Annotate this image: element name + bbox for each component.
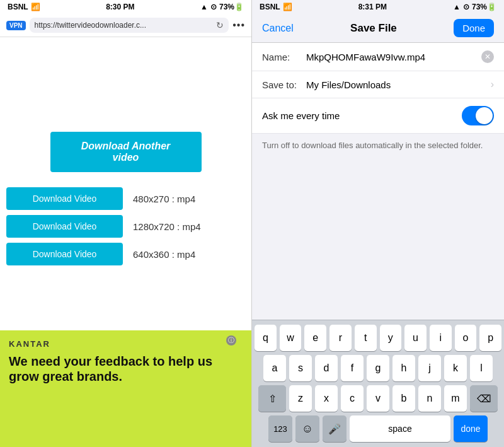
url-bar[interactable]: https://twittervideodownloader.c... ↻ bbox=[30, 18, 229, 33]
save-file-title: Save File bbox=[350, 22, 397, 35]
space-key[interactable]: space bbox=[350, 415, 450, 442]
key-u[interactable]: u bbox=[404, 325, 427, 351]
key-g[interactable]: g bbox=[367, 355, 389, 381]
key-v[interactable]: v bbox=[367, 385, 389, 412]
save-file-form: Name: MkpQHOMFawaW9Ivw.mp4 ✕ Save to: My… bbox=[252, 43, 504, 98]
mic-key[interactable]: 🎤 bbox=[323, 415, 346, 442]
right-panel: BSNL 📶 8:31 PM ▲ ⊙ 73%🔋 Cancel Save File… bbox=[252, 0, 504, 447]
key-e[interactable]: e bbox=[304, 325, 326, 351]
done-key[interactable]: done bbox=[454, 415, 488, 442]
key-z[interactable]: z bbox=[289, 385, 312, 412]
video-resolution-1: 480x270 : mp4 bbox=[133, 194, 195, 204]
ask-me-toggle[interactable] bbox=[462, 106, 494, 125]
reload-icon[interactable]: ↻ bbox=[216, 20, 224, 30]
keyboard-row-1: q w e r t y u i o p bbox=[252, 323, 504, 353]
ask-me-row: Ask me every time bbox=[252, 98, 504, 134]
signal-arrow-left: ▲ bbox=[200, 3, 208, 11]
key-y[interactable]: y bbox=[380, 325, 402, 351]
key-d[interactable]: d bbox=[315, 355, 338, 381]
key-w[interactable]: w bbox=[280, 325, 302, 351]
browser-bar: VPN https://twittervideodownloader.c... … bbox=[0, 14, 251, 37]
ad-banner: ⓘ KANTAR We need your feedback to help u… bbox=[0, 330, 251, 447]
save-file-header: Cancel Save File Done bbox=[252, 14, 504, 43]
keyboard: q w e r t y u i o p a s d f g h j k l ⇧ … bbox=[252, 320, 504, 447]
video-resolution-2: 1280x720 : mp4 bbox=[133, 221, 201, 232]
key-c[interactable]: c bbox=[341, 385, 364, 412]
battery-left: 73%🔋 bbox=[219, 3, 244, 11]
video-option-row-3: Download Video 640x360 : mp4 bbox=[0, 240, 251, 268]
name-row: Name: MkpQHOMFawaW9Ivw.mp4 ✕ bbox=[252, 43, 504, 71]
key-p[interactable]: p bbox=[479, 325, 501, 351]
key-j[interactable]: j bbox=[418, 355, 441, 381]
key-n[interactable]: n bbox=[418, 385, 441, 412]
keyboard-bottom-row: 123 ☺ 🎤 space done bbox=[252, 414, 504, 447]
key-k[interactable]: k bbox=[444, 355, 467, 381]
status-bar-right: BSNL 📶 8:31 PM ▲ ⊙ 73%🔋 bbox=[252, 0, 504, 14]
keyboard-row-2: a s d f g h j k l bbox=[252, 353, 504, 383]
key-h[interactable]: h bbox=[392, 355, 415, 381]
key-q[interactable]: q bbox=[255, 325, 277, 351]
done-header-button[interactable]: Done bbox=[454, 19, 494, 37]
shift-key[interactable]: ⇧ bbox=[258, 385, 286, 412]
download-another-button[interactable]: Download Another video bbox=[50, 132, 202, 172]
help-text: Turn off to download files automatically… bbox=[252, 134, 504, 158]
info-icon: ⓘ bbox=[226, 335, 236, 345]
key-o[interactable]: o bbox=[455, 325, 477, 351]
url-text: https://twittervideodownloader.c... bbox=[35, 21, 146, 30]
video-options: Download Video 480x270 : mp4 Download Vi… bbox=[0, 178, 251, 274]
ad-brand: KANTAR bbox=[9, 339, 243, 349]
name-label: Name: bbox=[262, 52, 306, 62]
download-video-button-2[interactable]: Download Video bbox=[6, 215, 123, 238]
wifi-icon-left: 📶 bbox=[31, 3, 40, 11]
emoji-key[interactable]: ☺ bbox=[295, 415, 319, 442]
key-r[interactable]: r bbox=[329, 325, 352, 351]
time-left: 8:30 PM bbox=[106, 3, 134, 11]
key-i[interactable]: i bbox=[430, 325, 452, 351]
ad-headline: We need your feedback to help us grow gr… bbox=[9, 354, 243, 384]
key-s[interactable]: s bbox=[289, 355, 312, 381]
key-m[interactable]: m bbox=[444, 385, 467, 412]
left-panel: BSNL 📶 8:30 PM ▲ ⊙ 73%🔋 VPN https://twit… bbox=[0, 0, 252, 447]
video-resolution-3: 640x360 : mp4 bbox=[133, 249, 195, 260]
key-x[interactable]: x bbox=[315, 385, 338, 412]
clear-name-button[interactable]: ✕ bbox=[481, 50, 494, 63]
download-video-button-1[interactable]: Download Video bbox=[6, 187, 123, 210]
save-to-label: Save to: bbox=[262, 79, 306, 90]
wifi-icon-right: 📶 bbox=[283, 3, 292, 11]
save-to-row[interactable]: Save to: My Files/Downloads › bbox=[252, 71, 504, 98]
download-video-button-3[interactable]: Download Video bbox=[6, 243, 123, 265]
cancel-button[interactable]: Cancel bbox=[262, 23, 294, 34]
video-option-row-2: Download Video 1280x720 : mp4 bbox=[0, 212, 251, 240]
signal-dot-left: ⊙ bbox=[210, 3, 217, 11]
battery-right: 73%🔋 bbox=[472, 3, 496, 11]
status-bar-left: BSNL 📶 8:30 PM ▲ ⊙ 73%🔋 bbox=[0, 0, 251, 14]
top-white-area bbox=[0, 37, 251, 125]
more-icon[interactable]: ••• bbox=[232, 20, 245, 31]
key-b[interactable]: b bbox=[392, 385, 415, 412]
video-option-row-1: Download Video 480x270 : mp4 bbox=[0, 185, 251, 212]
signal-dot-right: ⊙ bbox=[463, 3, 469, 11]
key-f[interactable]: f bbox=[341, 355, 364, 381]
keyboard-separator bbox=[252, 320, 504, 320]
ask-me-label: Ask me every time bbox=[262, 110, 340, 121]
key-t[interactable]: t bbox=[355, 325, 377, 351]
signal-arrow-right: ▲ bbox=[453, 3, 461, 11]
keyboard-row-3: ⇧ z x c v b n m ⌫ bbox=[252, 383, 504, 414]
toggle-knob bbox=[476, 107, 493, 124]
delete-key[interactable]: ⌫ bbox=[470, 385, 498, 412]
browser-content: Download Another video Download Video 48… bbox=[0, 37, 251, 447]
chevron-right-icon: › bbox=[491, 79, 494, 90]
web-page-area: Download Another video Download Video 48… bbox=[0, 37, 251, 447]
name-value[interactable]: MkpQHOMFawaW9Ivw.mp4 bbox=[306, 52, 481, 62]
carrier-left: BSNL bbox=[8, 3, 28, 11]
vpn-badge: VPN bbox=[6, 21, 26, 30]
numbers-key[interactable]: 123 bbox=[268, 415, 292, 442]
save-to-value: My Files/Downloads bbox=[306, 79, 491, 90]
time-right: 8:31 PM bbox=[358, 3, 387, 11]
key-l[interactable]: l bbox=[470, 355, 493, 381]
carrier-right: BSNL bbox=[260, 3, 280, 11]
key-a[interactable]: a bbox=[263, 355, 286, 381]
